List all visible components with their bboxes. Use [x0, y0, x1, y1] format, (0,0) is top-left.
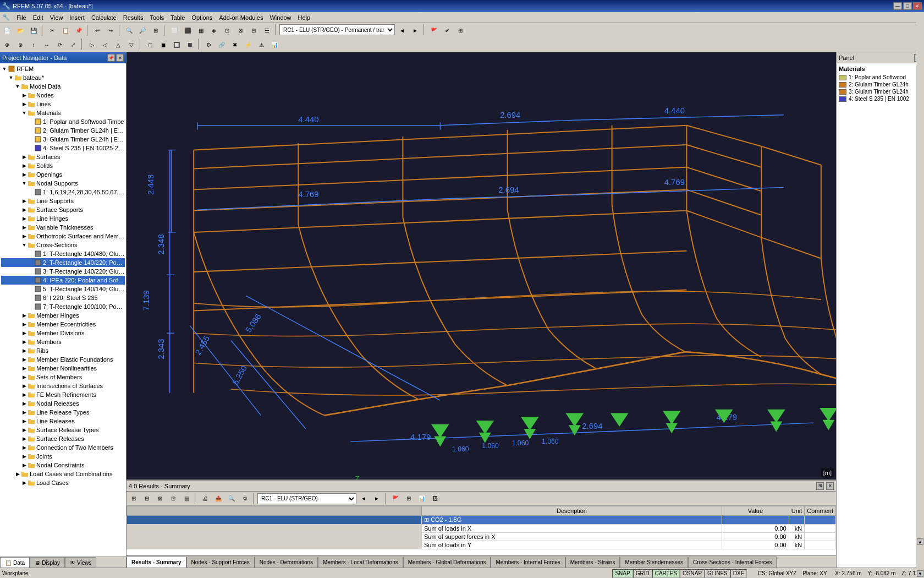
expand-icon-nodal-supports[interactable]: ▼ [21, 180, 28, 187]
tb2-btn-7[interactable]: ▷ [86, 39, 98, 51]
tree-item-variable-thicknesses[interactable]: ▶Variable Thicknesses [1, 223, 125, 232]
menu-item-table[interactable]: Table [167, 13, 188, 22]
tb2-btn-2[interactable]: ⊗ [14, 39, 26, 51]
res-tb-print[interactable]: 🖨 [199, 493, 211, 505]
tb2-btn-1[interactable]: ⊕ [1, 39, 13, 51]
tb-open-btn[interactable]: 📂 [14, 24, 26, 36]
tree-item-rfem[interactable]: ▼RFEM [1, 64, 125, 73]
expand-icon-nodal-constraints[interactable]: ▶ [21, 462, 28, 468]
nav-pin-button[interactable]: 📌 [107, 54, 115, 62]
expand-icon-ribs[interactable]: ▶ [21, 347, 28, 354]
tree-item-mat1[interactable]: 1: Poplar and Softwood Timbe [1, 117, 125, 126]
glines-status[interactable]: GLINES [705, 569, 730, 578]
expand-icon-surface-supports[interactable]: ▶ [21, 206, 28, 213]
tb2-btn-8[interactable]: ◁ [99, 39, 111, 51]
osnap-status[interactable]: OSNAP [680, 569, 705, 578]
tb2-btn-16[interactable]: 🔗 [216, 39, 228, 51]
res-tab-member-slendernesses[interactable]: Member Slendernesses [620, 557, 688, 568]
tree-item-lines[interactable]: ▶Lines [1, 100, 125, 108]
tree-item-member-elastic[interactable]: ▶Member Elastic Foundations [1, 355, 125, 364]
menu-item-help[interactable]: Help [295, 13, 314, 22]
tb2-btn-14[interactable]: 🔳 [184, 39, 196, 51]
res-tb-btn-1[interactable]: ⊞ [128, 493, 140, 505]
tb2-btn-18[interactable]: ⚡ [242, 39, 254, 51]
expand-icon-line-release-types[interactable]: ▶ [21, 409, 28, 416]
tb2-btn-4[interactable]: ↔ [41, 39, 53, 51]
tree-item-member-hinges[interactable]: ▶Member Hinges [1, 311, 125, 320]
nav-tab-display[interactable]: 🖥 Display [30, 557, 65, 568]
tree-item-joints[interactable]: ▶Joints [1, 452, 125, 461]
tree-item-nodal-supports[interactable]: ▼Nodal Supports [1, 179, 125, 188]
expand-icon-cs1[interactable] [28, 250, 34, 257]
tree-item-cross-sections[interactable]: ▼Cross-Sections [1, 241, 125, 249]
viewport[interactable]: 4.440 2.694 4.440 4.769 2.694 4.769 4.17… [127, 52, 836, 479]
tb-nav-next[interactable]: ► [409, 24, 421, 36]
panel-scroll-thumb[interactable]: ▲ [917, 538, 923, 545]
table-row[interactable]: ⊞ CO2 - 1.8G [127, 516, 836, 525]
tb2-btn-15[interactable]: ⚙ [202, 39, 215, 51]
res-flag-btn[interactable]: 🚩 [389, 493, 402, 505]
tb-btn-a[interactable]: ⬜ [168, 24, 180, 36]
res-tab-members---global-deformations[interactable]: Members - Global Deformations [403, 557, 491, 568]
tree-item-surface-releases[interactable]: ▶Surface Releases [1, 434, 125, 443]
dxf-status[interactable]: DXF [730, 569, 747, 578]
menu-item-calculate[interactable]: Calculate [88, 13, 120, 22]
tb2-btn-11[interactable]: ◻ [144, 39, 156, 51]
tree-item-surface-supports[interactable]: ▶Surface Supports [1, 205, 125, 214]
menu-item-results[interactable]: Results [120, 13, 147, 22]
expand-icon-surface-release-types[interactable]: ▶ [21, 427, 28, 433]
expand-icon-members[interactable]: ▶ [21, 339, 28, 345]
expand-icon-member-divisions[interactable]: ▶ [21, 330, 28, 336]
res-tab-nodes---support-forces[interactable]: Nodes - Support Forces [186, 557, 255, 568]
res-3d-btn[interactable]: 🖼 [429, 493, 441, 505]
tree-item-connection-two-members[interactable]: ▶Connection of Two Members [1, 443, 125, 452]
expand-icon-line-hinges[interactable]: ▶ [21, 215, 28, 222]
tb2-btn-9[interactable]: △ [112, 39, 124, 51]
tb2-btn-3[interactable]: ↕ [28, 39, 40, 51]
results-combo[interactable]: RC1 - ELU (STR/GEO) - [257, 493, 356, 504]
res-tb-export[interactable]: 📤 [212, 493, 224, 505]
tree-item-members[interactable]: ▶Members [1, 337, 125, 346]
tree-item-solids[interactable]: ▶Solids [1, 161, 125, 170]
expand-icon-ortho-surfaces[interactable]: ▶ [21, 233, 28, 239]
tree-item-surface-release-types[interactable]: ▶Surface Release Types [1, 426, 125, 434]
menu-item-add-on-modules[interactable]: Add-on Modules [216, 13, 266, 22]
tree-item-materials[interactable]: ▼Materials [1, 108, 125, 117]
res-table-btn[interactable]: ⊞ [403, 493, 415, 505]
expand-icon-cross-sections[interactable]: ▼ [21, 242, 28, 248]
tb2-btn-13[interactable]: 🔲 [170, 39, 183, 51]
expand-icon-materials[interactable]: ▼ [21, 110, 28, 116]
tb-paste-btn[interactable]: 📌 [73, 24, 85, 36]
tb-zoom-out-btn[interactable]: 🔎 [136, 24, 148, 36]
expand-icon-mat2[interactable] [28, 127, 34, 134]
expand-icon-variable-thicknesses[interactable]: ▶ [21, 224, 28, 231]
tb2-btn-5[interactable]: ⟳ [54, 39, 66, 51]
expand-icon-ns1[interactable] [28, 189, 34, 195]
expand-icon-sets-of-members[interactable]: ▶ [21, 374, 28, 380]
expand-icon-line-supports[interactable]: ▶ [21, 198, 28, 204]
tb2-btn-10[interactable]: ▽ [125, 39, 138, 51]
tb-redo-btn[interactable]: ↪ [105, 24, 117, 36]
expand-icon-joints[interactable]: ▶ [21, 453, 28, 460]
tb-btn-h[interactable]: ☰ [261, 24, 273, 36]
menu-item-options[interactable]: Options [188, 13, 216, 22]
table-row[interactable]: Sum of loads in Y0.00kN [127, 541, 836, 549]
expand-icon-member-eccentricities[interactable]: ▶ [21, 321, 28, 328]
res-tab-members---internal-forces[interactable]: Members - Internal Forces [491, 557, 565, 568]
tree-item-bateau[interactable]: ▼bateau* [1, 73, 125, 82]
tree-item-model-data[interactable]: ▼Model Data [1, 82, 125, 91]
tb-save-btn[interactable]: 💾 [28, 24, 40, 36]
tb2-btn-19[interactable]: ⚠ [255, 39, 267, 51]
tb-copy-btn[interactable]: 📋 [59, 24, 72, 36]
expand-icon-surface-releases[interactable]: ▶ [21, 435, 28, 442]
cartes-status[interactable]: CARTES [652, 569, 680, 578]
tree-item-line-releases[interactable]: ▶Line Releases [1, 417, 125, 426]
tree-item-line-hinges[interactable]: ▶Line Hinges [1, 214, 125, 223]
tree-item-mat2[interactable]: 2: Glulam Timber GL24h | EN 1 [1, 126, 125, 135]
res-tb-btn-4[interactable]: ⊡ [167, 493, 179, 505]
tree-item-mat3[interactable]: 3: Glulam Timber GL24h | EN 1 [1, 135, 125, 144]
tree-item-cs1[interactable]: 1: T-Rectangle 140/480; Glulan [1, 249, 125, 258]
menu-item-view[interactable]: View [47, 13, 67, 22]
tb-btn-d[interactable]: ◈ [208, 24, 220, 36]
res-tb-btn-2[interactable]: ⊟ [141, 493, 153, 505]
